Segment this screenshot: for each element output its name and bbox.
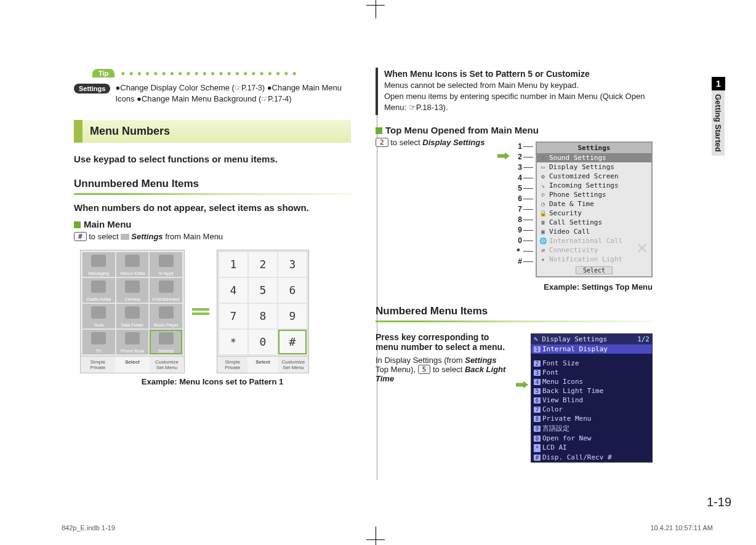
grid-cell: Yahoo! Keitai — [116, 252, 149, 277]
list-item: 3Font — [531, 368, 652, 377]
list-item: ✦Notification Light — [537, 255, 651, 264]
grid-cell-settings: Settings — [150, 330, 182, 354]
numbered-body: In Display Settings (from Settings Top M… — [376, 356, 509, 383]
tip-badge: Tip — [92, 69, 115, 78]
list-item: 9言語設定 — [531, 423, 652, 434]
sound-icon: ♪ — [539, 154, 547, 161]
keypad-mapping-screenshot: 1 2 3 4 5 6 7 8 9 ＊ 0 # SimplePrivate Se… — [217, 250, 309, 373]
list-item: 7Color — [531, 405, 652, 414]
arrow-icon — [516, 381, 528, 389]
video-icon: ▣ — [539, 228, 547, 235]
phone-icon: ✆ — [539, 191, 547, 198]
tip-settings-text: ●Change Display Color Scheme (☞P.17-3) ●… — [115, 82, 351, 105]
grid-cell: Phone Book — [116, 330, 149, 354]
list-item: ◷Date & Time — [537, 199, 651, 209]
grid-cell: Camera — [116, 278, 149, 303]
list-item: ↘Incoming Settings — [537, 181, 651, 190]
grid-cell: Messaging — [82, 252, 115, 277]
section-heading-menu-numbers: Menu Numbers — [74, 120, 351, 143]
subheading-numbered: Numbered Menu Items — [376, 305, 653, 319]
chapter-tab: 1 Getting Started — [712, 77, 725, 156]
main-menu-instruction: # to select Settings from Main Menu — [74, 232, 351, 241]
key-2: 2 — [376, 138, 388, 147]
grid-cell: Osaifu-Keitai — [82, 278, 115, 303]
numbered-lead: Press key corresponding to menu number t… — [376, 332, 509, 352]
note-box: When Menu Icons is Set to Pattern 5 or C… — [376, 68, 653, 115]
equals-icon — [192, 308, 209, 315]
light-icon: ✦ — [539, 256, 547, 263]
list-item: 🔒Security — [537, 209, 651, 218]
tip-settings-row: Settings ●Change Display Color Scheme (☞… — [74, 82, 351, 105]
list-item: 5Back Light Time — [531, 386, 652, 396]
page-number: 1-19 — [707, 495, 731, 509]
sub1-lead: When numbers do not appear, select items… — [74, 202, 351, 213]
list-item: 2Font Size — [531, 359, 652, 368]
footer-timestamp: 10.4.21 10:57:11 AM — [650, 524, 713, 531]
clock-icon: ◷ — [539, 201, 547, 207]
settings-badge: Settings — [74, 84, 110, 93]
tip-block: Tip ●●●●●●●●●●●●●●●●●●●●●● — [74, 68, 351, 78]
settings-list-screenshot: Settings ♪Sound Settings ▭Display Settin… — [536, 141, 653, 277]
main-menu-heading: Main Menu — [74, 219, 351, 229]
note-body: Menus cannot be selected from Main Menu … — [384, 80, 653, 114]
key-number-column: 1 2 3 4 5 6 7 8 9 0 ＊ # — [515, 141, 533, 267]
settings-icon — [121, 234, 129, 240]
top-menu-instruction: 2 to select Display Settings — [376, 138, 507, 147]
tip-dots: ●●●●●●●●●●●●●●●●●●●●●● — [121, 69, 300, 78]
call-icon: ☎ — [539, 219, 547, 226]
top-menu-heading: Top Menu Opened from Main Menu — [376, 125, 653, 135]
footer-filename: 842p_E.indb 1-19 — [62, 524, 115, 531]
list-item: ⇄Connectivity — [537, 245, 651, 255]
list-item: ☎Call Settings — [537, 218, 651, 227]
grid-cell: Entertainment — [150, 278, 182, 303]
key-5: 5 — [418, 365, 431, 374]
grid-cell: Data Folder — [116, 304, 149, 328]
select-button-label: Select — [576, 266, 613, 274]
grid-cell: TV — [82, 330, 115, 354]
subheading-unnumbered: Unnumbered Menu Items — [74, 178, 351, 192]
globe-icon: 🌐 — [539, 237, 547, 244]
list-item: #Disp. Call/Recv # — [531, 453, 652, 462]
list-item: ♪Sound Settings — [537, 153, 651, 162]
figure-caption-settings: Example: Settings Top Menu — [376, 282, 653, 292]
display-settings-figure: ✎ Display Settings1/2 1Internal Display … — [516, 333, 653, 463]
connect-icon: ⇄ — [539, 247, 547, 253]
main-menu-figure: Messaging Yahoo! Keitai S! Appli Osaifu-… — [80, 250, 351, 373]
figure-caption-1: Example: Menu Icons set to Pattern 1 — [74, 377, 351, 386]
settings-top-menu-figure: 1 2 3 4 5 6 7 8 9 0 ＊ # Settings ♪Sound … — [515, 141, 653, 277]
list-item: ▣Video Call — [537, 227, 651, 236]
grid-cell: Tools — [82, 304, 115, 328]
display-settings-screenshot: ✎ Display Settings1/2 1Internal Display … — [531, 333, 653, 463]
phone-main-menu-screenshot: Messaging Yahoo! Keitai S! Appli Osaifu-… — [80, 250, 185, 373]
list-item: ✿Customized Screen — [537, 172, 651, 181]
incoming-icon: ↘ — [539, 182, 547, 189]
list-item: ✆Phone Settings — [537, 190, 651, 199]
list-item: ▭Display Settings — [537, 162, 651, 172]
list-item: 8Private Menu — [531, 414, 652, 423]
list-item: 4Menu Icons — [531, 377, 652, 386]
arrow-icon — [497, 153, 510, 160]
list-item: 🌐International Call — [537, 236, 651, 245]
grid-cell: Music Player — [150, 304, 182, 328]
display-icon: ▭ — [539, 164, 547, 170]
list-item: 0Open for New — [531, 434, 652, 443]
chapter-number: 1 — [712, 77, 725, 90]
list-item: ＊LCD AI — [531, 443, 652, 453]
list-item: 6View Blind — [531, 396, 652, 405]
hash-keycap: # — [74, 232, 87, 241]
list-item: 1Internal Display — [531, 344, 652, 354]
custom-icon: ✿ — [539, 173, 547, 180]
chapter-label: Getting Started — [712, 90, 725, 156]
note-title: When Menu Icons is Set to Pattern 5 or C… — [384, 69, 653, 79]
lead-text: Use keypad to select functions or menu i… — [74, 154, 351, 164]
lock-icon: 🔒 — [539, 210, 547, 217]
grid-cell: S! Appli — [150, 252, 182, 277]
